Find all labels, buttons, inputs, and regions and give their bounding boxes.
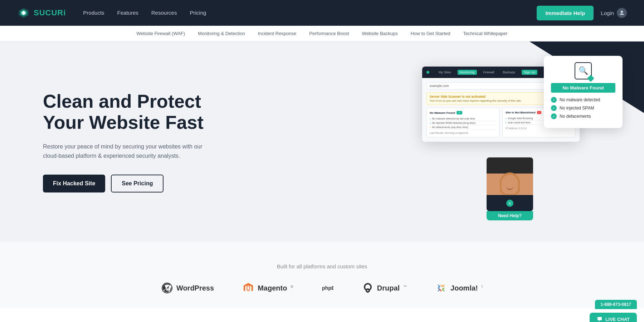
logo-text: SUCURi xyxy=(34,8,66,18)
dash-dot-brand xyxy=(426,71,429,74)
subnav-whitepaper[interactable]: Technical Whitepaper xyxy=(463,31,507,36)
no-malware-item-2: ✓ No injected SPAM xyxy=(551,105,615,111)
dash-tab-backups: Backups xyxy=(501,70,518,75)
dash-tab-signup: Sign Up xyxy=(522,70,537,75)
nav-products[interactable]: Products xyxy=(83,10,104,16)
support-label: Need Help? xyxy=(487,211,533,220)
platforms-subtitle: Built for all platforms and custom sites xyxy=(17,263,627,269)
platform-magento[interactable]: Magento ® xyxy=(243,282,293,294)
nav-links: Products Features Resources Pricing xyxy=(83,10,206,16)
dash-badge-green: ✓ xyxy=(457,111,462,114)
check-icon-2: ✓ xyxy=(551,105,557,111)
phone-strip[interactable]: 1-888-873-0817 xyxy=(595,300,637,308)
hero-buttons: Fix Hacked Site See Pricing xyxy=(43,175,229,192)
no-malware-item-3: ✓ No defacements xyxy=(551,113,615,119)
drupal-label: Drupal xyxy=(377,284,400,292)
wordpress-icon xyxy=(161,282,173,294)
wordpress-label: WordPress xyxy=(176,284,214,292)
check-icon-3: ✓ xyxy=(551,113,557,119)
dash-panel-malware-title: No Malware Found ✓ xyxy=(430,111,496,114)
magento-icon xyxy=(243,282,254,294)
dash-item-3: No delacements (any desc here) xyxy=(430,125,496,130)
nav-pricing[interactable]: Pricing xyxy=(190,10,206,16)
immediate-help-button[interactable]: Immediate Help xyxy=(537,6,594,20)
subnav-howto[interactable]: How to Get Started xyxy=(411,31,450,36)
search-icon: 🔍 xyxy=(579,66,588,75)
no-malware-icon: 🔍 xyxy=(575,62,592,79)
dash-tab-mysites: My Sites xyxy=(436,70,453,75)
platform-phpbb[interactable]: phpBB xyxy=(322,282,333,294)
platform-drupal[interactable]: Drupal ™ xyxy=(362,282,407,294)
navbar-left: SUCURi Products Features Resources Prici… xyxy=(17,6,206,19)
joomla-icon xyxy=(435,282,447,294)
no-malware-title: No Malware Found xyxy=(551,83,615,93)
logo[interactable]: SUCURi xyxy=(17,6,66,19)
see-pricing-button[interactable]: See Pricing xyxy=(111,175,164,192)
subnav-performance[interactable]: Performance Boost xyxy=(309,31,349,36)
navbar-right: Immediate Help Login xyxy=(537,6,627,20)
no-malware-item-1: ✓ No malware detected xyxy=(551,97,615,103)
subnav-backups[interactable]: Website Backups xyxy=(362,31,398,36)
no-malware-card: 🔍 No Malware Found ✓ No malware detected… xyxy=(544,56,623,128)
nav-resources[interactable]: Resources xyxy=(151,10,177,16)
support-avatar-image: S xyxy=(487,157,533,211)
svg-rect-4 xyxy=(22,12,26,14)
phpbb-icon: phpBB xyxy=(322,282,333,294)
hero-visual: My Sites Monitoring Firewall Backups Sig… xyxy=(422,56,623,228)
hero-description: Restore your peace of mind by securing y… xyxy=(43,142,208,160)
subnav-incident[interactable]: Incident Response xyxy=(258,31,297,36)
joomla-label: Joomla! xyxy=(450,284,478,292)
platform-wordpress[interactable]: WordPress xyxy=(161,282,214,294)
platforms-logos: WordPress Magento ® phpBB Drupal ™ xyxy=(17,282,627,294)
user-icon xyxy=(617,8,627,18)
dash-tab-monitoring: Monitoring xyxy=(458,70,477,75)
hero-content: Clean and Protect Your Website Fast Rest… xyxy=(43,91,229,193)
check-icon-1: ✓ xyxy=(551,97,557,103)
svg-text:phpBB: phpBB xyxy=(322,285,333,291)
dash-tab-firewall: Firewall xyxy=(481,70,497,75)
nav-features[interactable]: Features xyxy=(117,10,138,16)
fix-hacked-site-button[interactable]: Fix Hacked Site xyxy=(43,175,105,192)
dash-item-2: No injected SPAM detected (long desc) xyxy=(430,121,496,125)
hero-title: Clean and Protect Your Website Fast xyxy=(43,91,229,134)
platform-joomla[interactable]: Joomla! ! xyxy=(435,282,483,294)
login-label: Login xyxy=(601,10,614,16)
subnav-waf[interactable]: Website Firewall (WAF) xyxy=(136,31,185,36)
dash-item-1: No malware detected by last scan time xyxy=(430,117,496,121)
magento-label: Magento xyxy=(258,284,287,292)
dash-panel-malware: No Malware Found ✓ No malware detected b… xyxy=(426,108,499,137)
platforms-section: Built for all platforms and custom sites… xyxy=(0,242,644,308)
logo-icon xyxy=(17,6,30,19)
support-avatar[interactable]: S Need Help? xyxy=(487,157,533,220)
scan-result: Last Results: Running on Agent All xyxy=(430,132,496,134)
login-area[interactable]: Login xyxy=(601,8,627,18)
subnav: Website Firewall (WAF) Monitoring & Dete… xyxy=(0,26,644,42)
drupal-icon xyxy=(362,282,374,294)
diamond-indicator xyxy=(587,75,594,82)
subnav-monitoring[interactable]: Monitoring & Detection xyxy=(198,31,245,36)
dash-badge-red: ! xyxy=(537,111,541,114)
navbar: SUCURi Products Features Resources Prici… xyxy=(0,0,644,26)
hero-section: Clean and Protect Your Website Fast Rest… xyxy=(0,42,644,242)
